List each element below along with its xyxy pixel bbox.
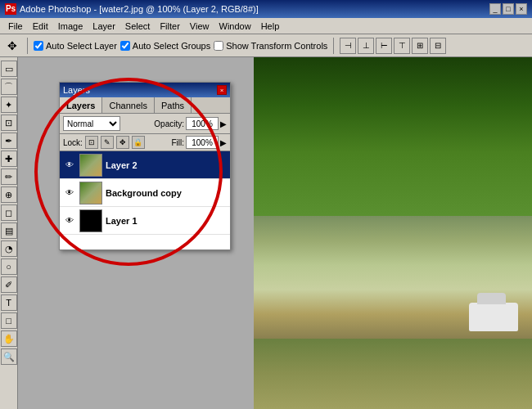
auto-select-groups-group: Auto Select Groups [120, 41, 210, 51]
align-top-icon[interactable]: ⊤ [394, 38, 410, 54]
canvas-area: Layers × Layers Channels Paths Normal Mu… [18, 57, 532, 409]
show-transform-checkbox[interactable] [214, 41, 223, 51]
opacity-group: Opacity: ▶ [154, 117, 227, 130]
zoom-tool[interactable]: 🔍 [1, 348, 17, 365]
photo-canvas [254, 57, 532, 409]
menu-select[interactable]: Select [120, 20, 156, 33]
menu-edit[interactable]: Edit [28, 20, 53, 33]
tab-channels[interactable]: Channels [102, 97, 154, 113]
fill-label: Fill: [171, 138, 184, 147]
toolbar-separator [27, 38, 28, 54]
layers-panel: Layers × Layers Channels Paths Normal Mu… [59, 82, 231, 250]
fill-group: Fill: ▶ [171, 136, 227, 149]
menu-filter[interactable]: Filter [155, 20, 184, 33]
auto-select-layer-checkbox[interactable] [34, 41, 43, 51]
fill-input[interactable] [186, 136, 219, 149]
opacity-arrow[interactable]: ▶ [220, 119, 227, 128]
close-button[interactable]: × [516, 3, 527, 15]
auto-select-layer-label: Auto Select Layer [46, 41, 117, 51]
lock-move-icon[interactable]: ✥ [116, 136, 129, 149]
layer1-name: Layer 1 [106, 216, 227, 226]
layer2-name: Layer 2 [106, 160, 227, 170]
align-center-icon[interactable]: ⊥ [358, 38, 374, 54]
align-left-icon[interactable]: ⊣ [340, 38, 356, 54]
menu-view[interactable]: View [185, 20, 214, 33]
toolbar-separator-2 [333, 38, 334, 54]
menu-help[interactable]: Help [256, 20, 285, 33]
marquee-tool[interactable]: ▭ [1, 61, 17, 77]
layer1-thumbnail [79, 209, 102, 232]
blend-mode-select[interactable]: Normal Multiply Screen Overlay [63, 116, 120, 131]
clone-tool[interactable]: ⊕ [1, 187, 17, 203]
align-icons: ⊣ ⊥ ⊢ ⊤ ⊞ ⊟ [340, 38, 446, 54]
opacity-input[interactable] [186, 117, 219, 130]
pen-tool[interactable]: ✐ [1, 276, 17, 293]
show-transform-group: Show Transform Controls [214, 41, 327, 51]
move-tool-icon[interactable]: ✥ [3, 37, 21, 55]
menu-bar: File Edit Image Layer Select Filter View… [0, 18, 532, 34]
main-area: ▭ ⌒ ✦ ⊡ ✒ ✚ ✏ ⊕ ◻ ▤ ◔ ○ ✐ T □ ✋ 🔍 [0, 57, 532, 409]
layer-item-bg-copy[interactable]: 👁 Background copy [60, 179, 230, 207]
title-bar: Ps Adobe Photoshop - [water2.jpg @ 100% … [0, 0, 532, 18]
align-bottom-icon[interactable]: ⊟ [430, 38, 446, 54]
app-icon: Ps [5, 3, 16, 15]
bg-copy-thumbnail [79, 182, 102, 204]
minimize-button[interactable]: _ [489, 3, 501, 15]
window-controls: _ □ × [489, 3, 527, 15]
layer-item-layer2[interactable]: 👁 Layer 2 [60, 151, 230, 179]
scene-car [469, 303, 518, 331]
layer1-visibility-icon[interactable]: 👁 [63, 214, 76, 227]
photo-scene [254, 57, 532, 409]
shape-tool[interactable]: □ [1, 312, 17, 329]
fill-arrow[interactable]: ▶ [220, 138, 227, 147]
lock-all-icon[interactable]: 🔒 [132, 136, 145, 149]
crop-tool[interactable]: ⊡ [1, 115, 17, 131]
menu-image[interactable]: Image [53, 20, 88, 33]
window-title: Adobe Photoshop - [water2.jpg @ 100% (La… [20, 4, 489, 14]
text-tool[interactable]: T [1, 294, 17, 311]
maximize-button[interactable]: □ [503, 3, 514, 15]
toolbar: ✥ Auto Select Layer Auto Select Groups S… [0, 34, 532, 57]
lock-fill-row: Lock: ⊡ ✎ ✥ 🔒 Fill: ▶ [60, 134, 230, 151]
lock-paint-icon[interactable]: ✎ [101, 136, 114, 149]
brush-tool[interactable]: ✏ [1, 169, 17, 185]
layer2-thumbnail [79, 154, 102, 177]
layer-item-layer1[interactable]: 👁 Layer 1 [60, 207, 230, 235]
menu-window[interactable]: Window [214, 20, 256, 33]
panel-title: Layers [63, 85, 90, 95]
panel-title-bar: Layers × [60, 83, 230, 97]
tab-layers[interactable]: Layers [60, 97, 102, 113]
tab-paths[interactable]: Paths [155, 97, 192, 113]
lasso-tool[interactable]: ⌒ [1, 79, 17, 95]
lock-label: Lock: [63, 138, 83, 147]
tool-panel: ▭ ⌒ ✦ ⊡ ✒ ✚ ✏ ⊕ ◻ ▤ ◔ ○ ✐ T □ ✋ 🔍 [0, 57, 18, 409]
align-right-icon[interactable]: ⊢ [376, 38, 392, 54]
menu-layer[interactable]: Layer [88, 20, 120, 33]
lock-position-icon[interactable]: ⊡ [85, 136, 98, 149]
bg-copy-name: Background copy [106, 188, 227, 198]
panel-tabs: Layers Channels Paths [60, 97, 230, 114]
hand-tool[interactable]: ✋ [1, 330, 17, 347]
menu-file[interactable]: File [3, 20, 28, 33]
panel-close-button[interactable]: × [217, 85, 227, 95]
heal-tool[interactable]: ✚ [1, 151, 17, 167]
bg-copy-visibility-icon[interactable]: 👁 [63, 187, 76, 200]
eraser-tool[interactable]: ◻ [1, 204, 17, 221]
layer2-visibility-icon[interactable]: 👁 [63, 159, 76, 172]
opacity-label: Opacity: [154, 119, 184, 128]
align-middle-icon[interactable]: ⊞ [412, 38, 428, 54]
scene-ground [254, 339, 532, 409]
auto-select-groups-label: Auto Select Groups [133, 41, 210, 51]
scene-trees [254, 57, 532, 216]
dodge-tool[interactable]: ○ [1, 258, 17, 275]
eyedropper-tool[interactable]: ✒ [1, 133, 17, 149]
layers-list[interactable]: 👁 Layer 2 👁 Background copy 👁 Layer 1 [60, 151, 230, 249]
magic-wand-tool[interactable]: ✦ [1, 97, 17, 113]
show-transform-label: Show Transform Controls [226, 41, 327, 51]
panel-blend-opacity: Normal Multiply Screen Overlay Opacity: … [60, 114, 230, 134]
auto-select-layer-group: Auto Select Layer [34, 41, 117, 51]
blur-tool[interactable]: ◔ [1, 240, 17, 257]
gradient-tool[interactable]: ▤ [1, 222, 17, 239]
auto-select-groups-checkbox[interactable] [120, 41, 130, 51]
